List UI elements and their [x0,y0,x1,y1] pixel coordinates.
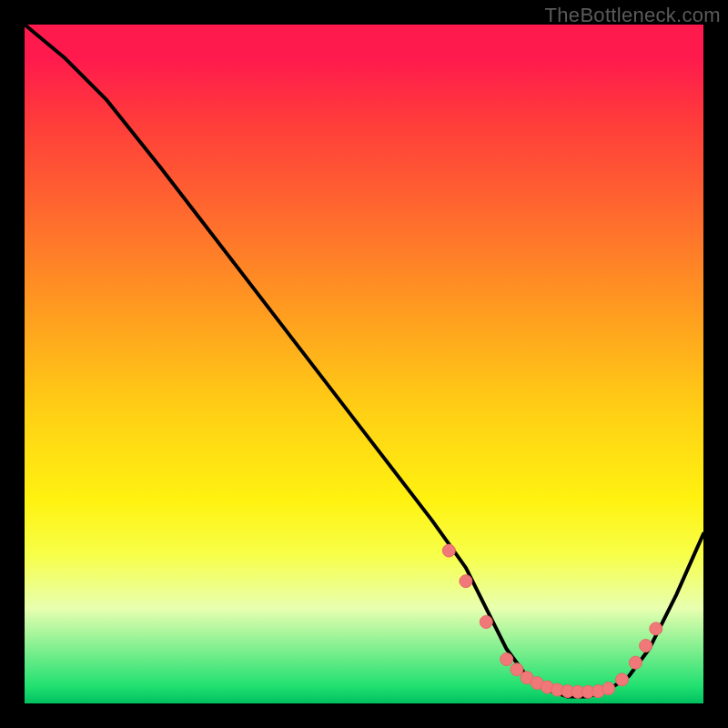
marker-dot [500,653,513,666]
marker-dot [640,640,652,652]
marker-dot [616,673,629,686]
marker-dot [629,656,642,669]
bottleneck-curve-path [25,25,703,697]
marker-dot [480,616,492,629]
watermark-text: TheBottleneck.com [545,4,721,27]
marker-dot [460,575,472,588]
marker-dot [602,682,615,695]
chart-plot-area [25,25,703,703]
curve-svg-layer [25,25,703,703]
marker-dot [442,544,455,557]
marker-dot [650,622,662,635]
